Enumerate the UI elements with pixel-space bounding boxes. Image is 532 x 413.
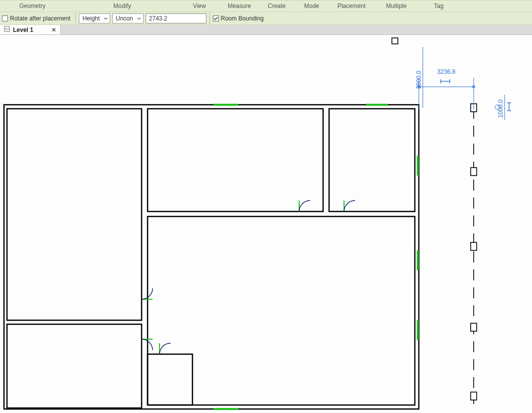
svg-rect-17 [471, 168, 477, 176]
rotate-after-placement-checkbox[interactable] [2, 15, 8, 21]
svg-rect-21 [392, 38, 398, 44]
panel-modify: Modify [65, 2, 179, 9]
view-tab-label: Level 1 [13, 26, 33, 33]
room-bounding-label: Room Bounding [221, 15, 266, 22]
options-bar: Rotate after placement Height Uncon 2743… [0, 12, 532, 25]
panel-tag: Tag [419, 2, 459, 9]
svg-rect-10 [366, 104, 388, 106]
panel-multiple: Multiple [374, 2, 419, 9]
panel-create: Create [259, 2, 294, 9]
floor-plan: 3236.8 3800.0 1000.0 [0, 35, 532, 413]
close-icon[interactable]: ✕ [51, 26, 56, 33]
svg-rect-19 [471, 323, 477, 331]
ribbon-panel-labels: Geometry Modify View Measure Create Mode… [0, 0, 532, 12]
chevron-down-icon [104, 15, 108, 22]
svg-rect-14 [213, 408, 238, 410]
svg-rect-2 [4, 105, 419, 409]
rotate-after-placement-label: Rotate after placement [10, 15, 72, 22]
svg-rect-6 [148, 216, 415, 405]
svg-rect-20 [471, 392, 477, 400]
dim-v-value[interactable]: 3800.0 [415, 70, 422, 89]
chevron-down-icon [137, 15, 141, 22]
dim-vr-value[interactable]: 1000.0 [497, 99, 504, 118]
svg-rect-4 [148, 109, 323, 211]
panel-mode: Mode [294, 2, 329, 9]
svg-rect-12 [417, 250, 419, 270]
svg-point-26 [472, 85, 475, 88]
height-value-input[interactable]: 2743.2 [146, 13, 206, 23]
panel-placement: Placement [329, 2, 374, 9]
svg-rect-11 [417, 156, 419, 176]
separator [75, 12, 76, 24]
height-dropdown[interactable]: Height [79, 13, 110, 23]
view-tab-level1[interactable]: Level 1 ✕ [0, 25, 61, 34]
walls [4, 105, 419, 409]
panel-view: View [179, 2, 219, 9]
reference-column [392, 38, 477, 404]
drawing-canvas[interactable]: 3236.8 3800.0 1000.0 [0, 35, 532, 413]
svg-rect-5 [329, 109, 415, 211]
openings [142, 104, 419, 410]
separator [209, 12, 210, 24]
room-bounding-checkbox[interactable] [213, 15, 219, 21]
dim-h-value[interactable]: 3236.8 [437, 68, 456, 75]
svg-rect-13 [417, 320, 419, 340]
constraint-dropdown[interactable]: Uncon [112, 13, 144, 23]
svg-rect-9 [213, 104, 238, 106]
svg-rect-18 [471, 242, 477, 250]
svg-rect-3 [7, 109, 142, 320]
floorplan-icon [4, 26, 10, 33]
temporary-dimensions[interactable]: 3236.8 3800.0 1000.0 [415, 47, 511, 120]
view-tab-strip: Level 1 ✕ [0, 25, 532, 35]
panel-geometry: Geometry [0, 2, 65, 9]
svg-rect-8 [148, 354, 192, 405]
panel-measure: Measure [219, 2, 259, 9]
svg-rect-7 [7, 324, 142, 408]
